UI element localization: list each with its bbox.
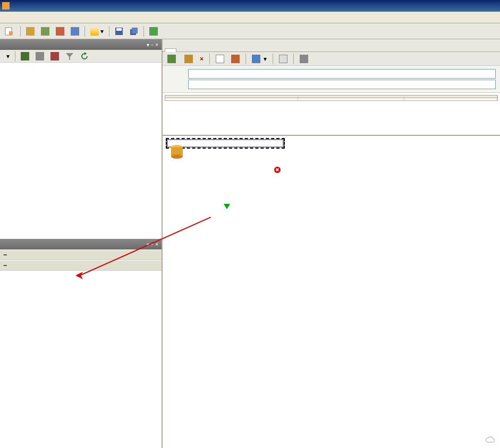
stop-icon xyxy=(50,52,59,61)
error-icon: ✖ xyxy=(274,167,281,173)
cube-icon xyxy=(56,27,64,36)
toolbox-section-maintenance[interactable] xyxy=(0,249,162,260)
cloud-icon xyxy=(485,435,495,445)
activity-button[interactable] xyxy=(147,25,160,37)
refresh-icon xyxy=(80,52,89,61)
add-subplan-button[interactable] xyxy=(165,53,180,65)
delete-button[interactable]: × xyxy=(197,53,206,65)
db-icon xyxy=(41,27,49,36)
menu-view[interactable] xyxy=(15,16,21,19)
document-tabs xyxy=(163,39,500,52)
menu-help[interactable] xyxy=(60,16,66,19)
cell-subplan xyxy=(165,98,298,100)
tb-btn-3[interactable] xyxy=(53,25,67,37)
report-button[interactable] xyxy=(276,53,290,65)
cell-desc xyxy=(298,98,404,100)
schedule-button[interactable] xyxy=(228,53,242,65)
open-icon xyxy=(90,27,99,36)
disconnect-button[interactable] xyxy=(33,50,47,62)
close-icon[interactable]: × xyxy=(155,42,158,48)
plug-icon xyxy=(21,52,29,61)
separator xyxy=(20,26,21,37)
svg-marker-6 xyxy=(66,53,73,60)
designer-toolbar: × ▾ xyxy=(163,52,500,66)
toolbox-panel xyxy=(0,249,162,448)
add-icon xyxy=(167,55,176,63)
tb-btn-4[interactable] xyxy=(68,25,82,37)
connections-icon xyxy=(252,55,260,63)
grid-header-desc[interactable] xyxy=(298,96,404,98)
object-explorer-tree[interactable] xyxy=(0,63,162,239)
grid-header-schedule[interactable] xyxy=(404,96,497,98)
svg-rect-3 xyxy=(116,28,122,31)
grid-header-subplan[interactable] xyxy=(165,96,298,98)
backup-task-node[interactable]: ✖ xyxy=(167,139,284,148)
report-icon xyxy=(71,27,79,36)
subplan-grid xyxy=(165,95,498,101)
schedule-icon xyxy=(231,55,240,63)
separator xyxy=(84,26,85,37)
svg-rect-1 xyxy=(9,31,13,35)
menu-community[interactable] xyxy=(53,16,60,19)
folder-icon xyxy=(26,27,35,36)
app-icon xyxy=(2,2,10,10)
activity-icon xyxy=(149,27,158,36)
separator xyxy=(109,26,109,37)
save-all-icon xyxy=(130,27,138,36)
flow-arrow-icon[interactable] xyxy=(224,204,230,209)
menu-bar xyxy=(0,12,500,23)
menu-tools[interactable] xyxy=(40,16,47,19)
object-explorer-header: ▾▫× xyxy=(0,39,162,50)
pencil-icon xyxy=(184,55,193,63)
svg-marker-10 xyxy=(75,272,83,279)
desc-input[interactable] xyxy=(188,80,496,89)
filter-button[interactable] xyxy=(63,50,77,62)
stop-button[interactable] xyxy=(48,50,62,62)
calendar-button[interactable] xyxy=(213,53,227,65)
calendar-icon xyxy=(216,55,224,63)
save-icon xyxy=(115,27,123,36)
connect-button[interactable]: ▾ xyxy=(2,50,12,62)
delete-icon: × xyxy=(200,55,204,63)
edit-button[interactable] xyxy=(182,53,196,65)
main-toolbar: ▾ xyxy=(0,23,500,39)
grid-row[interactable] xyxy=(165,98,497,100)
servers-button[interactable] xyxy=(297,53,312,65)
save-all-button[interactable] xyxy=(127,25,141,37)
tab-design[interactable] xyxy=(165,48,176,52)
dropdown-icon[interactable]: ▾ xyxy=(147,42,149,48)
svg-point-9 xyxy=(171,154,183,159)
database-icon xyxy=(170,144,184,160)
save-button[interactable] xyxy=(112,25,126,37)
tb-btn-1[interactable] xyxy=(23,25,37,37)
separator xyxy=(143,26,144,37)
svg-rect-5 xyxy=(132,28,138,33)
arrowhead-icon xyxy=(75,272,83,279)
servers-icon xyxy=(300,55,308,63)
properties-panel xyxy=(163,66,500,93)
object-explorer-toolbar: ▾ xyxy=(0,50,162,63)
menu-edit[interactable] xyxy=(9,16,15,19)
new-query-icon xyxy=(5,27,13,36)
unplug-icon xyxy=(36,52,44,61)
menu-file[interactable] xyxy=(2,16,9,19)
filter-icon xyxy=(65,52,74,61)
menu-window[interactable] xyxy=(47,16,53,19)
pin-icon[interactable]: ▫ xyxy=(151,42,154,48)
menu-debug[interactable] xyxy=(28,16,34,19)
menu-project[interactable] xyxy=(21,16,28,19)
refresh-button[interactable] xyxy=(78,50,91,62)
watermark-yisu xyxy=(485,435,497,445)
design-canvas[interactable]: ✖ xyxy=(163,135,500,448)
title-bar xyxy=(0,0,500,12)
cell-schedule xyxy=(404,98,497,100)
name-input[interactable] xyxy=(188,69,496,79)
toolbox-section-general[interactable] xyxy=(0,260,162,271)
tb-btn-2[interactable] xyxy=(38,25,52,37)
manage-connections-button[interactable]: ▾ xyxy=(249,53,269,65)
toolbox-header: ▾▫× xyxy=(0,239,162,249)
open-button[interactable]: ▾ xyxy=(88,25,106,37)
connect-icon-button[interactable] xyxy=(18,50,32,62)
new-query-button[interactable] xyxy=(2,25,18,37)
menu-format[interactable] xyxy=(34,16,40,19)
